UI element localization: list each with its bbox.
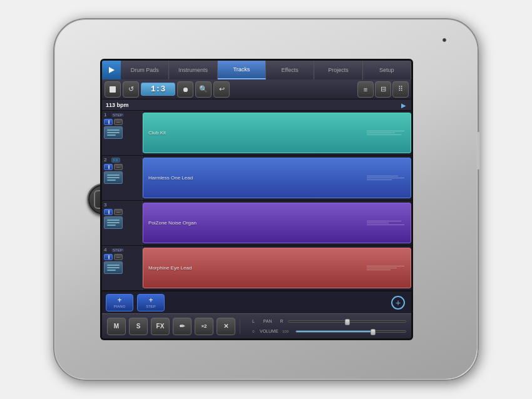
zoom-icon: 🔍 xyxy=(199,85,208,93)
dots-view-button[interactable]: ⠿ xyxy=(392,81,409,98)
undo-button[interactable]: ↩ xyxy=(213,81,230,98)
add-track-circle-button[interactable]: + xyxy=(391,296,405,310)
track-lane-2[interactable]: Harmless One Lead xyxy=(143,156,411,200)
pan-slider-thumb[interactable] xyxy=(345,319,350,325)
track-solo-2[interactable]: — xyxy=(114,164,123,170)
volume-slider-thumb[interactable] xyxy=(371,329,376,335)
add-tracks-row: + PIANO + STEP + xyxy=(102,291,411,313)
play-button[interactable] xyxy=(102,61,121,79)
track-number-3: 3 xyxy=(104,202,110,208)
track-number-2: 2 xyxy=(104,157,110,163)
track-lane-1[interactable]: Club Kit xyxy=(143,111,411,155)
tab-setup[interactable]: Setup xyxy=(363,61,411,79)
delete-button[interactable]: ✕ xyxy=(217,318,235,335)
side-volume-button[interactable] xyxy=(478,132,480,169)
add-piano-button[interactable]: + PIANO xyxy=(106,294,133,311)
track-instrument-2[interactable] xyxy=(104,171,123,184)
track-block-4[interactable]: Morphine Eye Lead xyxy=(143,248,411,288)
track-solo-1[interactable]: — xyxy=(114,119,123,125)
track-controls-2: 2 FX ▐ — xyxy=(102,156,143,200)
pan-volume-area: L PAN R 0 VOLUME 100 xyxy=(250,316,406,336)
loop-icon: ↺ xyxy=(128,85,134,93)
stop-button[interactable] xyxy=(105,81,121,98)
plus-icon-2: + xyxy=(148,296,153,304)
table-row: 2 FX ▐ — xyxy=(102,156,411,201)
dots-icon: ⠿ xyxy=(398,85,403,93)
tab-effects[interactable]: Effects xyxy=(266,61,314,79)
camera-dot xyxy=(442,38,446,42)
tracks-area: 1 STEP ▐ — xyxy=(102,111,411,291)
solo-button[interactable]: S xyxy=(129,318,148,335)
track-lane-3[interactable]: PoiZone Noise Organ xyxy=(143,201,411,245)
track-mute-2[interactable]: ▐ xyxy=(104,164,113,170)
screen: Drum Pads Instruments Tracks Effects Pro… xyxy=(102,61,411,338)
delete-icon: ✕ xyxy=(223,323,228,330)
duplicate-button[interactable]: ×2 xyxy=(195,318,213,335)
track-controls-4: 4 STEP ▐ — xyxy=(102,246,143,290)
tab-instruments[interactable]: Instruments xyxy=(169,61,217,79)
bpm-bar: 113 bpm ▶ xyxy=(102,99,411,111)
list-view-button[interactable]: ≡ xyxy=(357,81,374,98)
track-block-2[interactable]: Harmless One Lead xyxy=(143,158,411,198)
track-block-3[interactable]: PoiZone Noise Organ xyxy=(143,203,411,243)
add-step-button[interactable]: + STEP xyxy=(137,294,165,311)
pencil-icon: ✏ xyxy=(180,323,185,330)
track-block-1[interactable]: Club Kit xyxy=(143,113,411,153)
track-mute-3[interactable]: ▐ xyxy=(104,209,113,215)
track-number-1: 1 xyxy=(104,112,110,118)
track-mute-1[interactable]: ▐ xyxy=(104,119,113,125)
track-label-1: Club Kit xyxy=(148,130,166,136)
track-instrument-4[interactable] xyxy=(104,261,123,274)
tab-drum-pads[interactable]: Drum Pads xyxy=(121,61,169,79)
toolbar: ↺ 1:3 ⏺ 🔍 ↩ ≡ ⊟ xyxy=(102,79,411,99)
pan-slider[interactable] xyxy=(288,320,406,323)
bpm-arrow: ▶ xyxy=(401,99,411,111)
bpm-value: 113 bpm xyxy=(106,102,129,108)
vol-max-label: 100 xyxy=(278,330,293,333)
pan-r-label: R xyxy=(278,319,285,323)
table-row: 3 ▐ — xyxy=(102,201,411,246)
pencil-button[interactable]: ✏ xyxy=(173,318,192,335)
track-type-1: STEP xyxy=(111,113,124,117)
pan-label: PAN xyxy=(260,319,275,323)
list-icon: ≡ xyxy=(364,86,367,93)
time-display[interactable]: 1:3 xyxy=(141,83,175,96)
stop-icon xyxy=(110,86,116,93)
bottom-toolbar: M S FX ✏ ×2 ✕ xyxy=(102,313,411,338)
mute-button[interactable]: M xyxy=(107,318,126,335)
track-solo-3[interactable]: — xyxy=(114,209,123,215)
grid-icon: ⊟ xyxy=(381,85,386,93)
volume-slider[interactable] xyxy=(295,330,406,333)
track-solo-4[interactable]: — xyxy=(114,254,123,260)
zoom-button[interactable]: 🔍 xyxy=(195,81,212,98)
track-fx-badge-2: FX xyxy=(111,158,120,163)
play-icon xyxy=(109,67,115,73)
record-button[interactable]: ⏺ xyxy=(177,81,193,98)
vol-label: VOLUME xyxy=(260,329,275,333)
track-label-4: Morphine Eye Lead xyxy=(148,265,192,271)
volume-row: 0 VOLUME 100 xyxy=(250,326,406,336)
plus-icon: + xyxy=(117,296,121,304)
tab-projects[interactable]: Projects xyxy=(314,61,362,79)
phone-shell: Drum Pads Instruments Tracks Effects Pro… xyxy=(53,18,479,381)
pan-row: L PAN R xyxy=(250,316,406,326)
screen-bezel: Drum Pads Instruments Tracks Effects Pro… xyxy=(100,59,413,340)
track-label-2: Harmless One Lead xyxy=(148,175,193,181)
tab-tracks[interactable]: Tracks xyxy=(218,61,266,79)
track-instrument-1[interactable] xyxy=(104,126,123,139)
track-instrument-3[interactable] xyxy=(104,216,123,229)
table-row: 1 STEP ▐ — xyxy=(102,111,411,156)
grid-view-button[interactable]: ⊟ xyxy=(375,81,391,98)
duplicate-icon: ×2 xyxy=(201,323,207,329)
view-buttons: ≡ ⊟ ⠿ xyxy=(357,81,409,98)
track-type-4: STEP xyxy=(111,248,124,252)
track-controls-1: 1 STEP ▐ — xyxy=(102,111,143,155)
separator xyxy=(240,319,240,334)
track-label-3: PoiZone Noise Organ xyxy=(148,220,197,226)
loop-button[interactable]: ↺ xyxy=(123,81,139,98)
undo-icon: ↩ xyxy=(219,85,225,93)
fx-button[interactable]: FX xyxy=(151,318,170,335)
track-lane-4[interactable]: Morphine Eye Lead xyxy=(143,246,411,290)
vol-min-label: 0 xyxy=(250,330,257,333)
track-mute-4[interactable]: ▐ xyxy=(104,254,113,260)
